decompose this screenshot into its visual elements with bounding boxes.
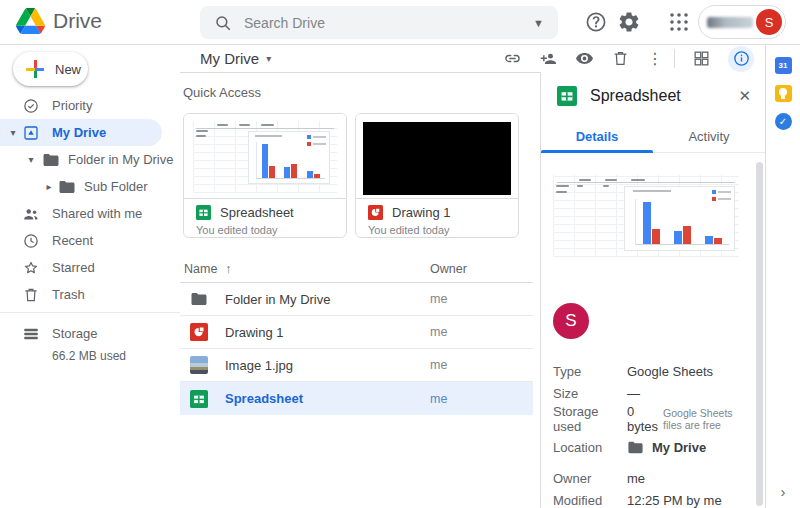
folder-icon	[42, 151, 60, 169]
collapsed-caret-icon[interactable]: ▸	[44, 181, 54, 192]
top-app-bar: Drive ▼ S	[0, 0, 800, 45]
star-icon	[22, 259, 40, 277]
owner-avatar: S	[553, 303, 589, 339]
calendar-icon[interactable]: 31	[775, 57, 792, 74]
clock-icon	[22, 232, 40, 250]
account-menu[interactable]: S	[698, 5, 786, 39]
sidebar-item-trash[interactable]: Trash	[0, 281, 180, 308]
field-size: Size —	[553, 382, 753, 404]
more-actions-icon[interactable]: ⋮	[647, 49, 657, 68]
sort-ascending-icon[interactable]: ↑	[225, 262, 231, 276]
owner-column-header: Owner	[430, 262, 467, 276]
my-drive-icon	[22, 124, 40, 142]
toolbar-separator	[674, 49, 675, 68]
search-input[interactable]	[244, 15, 521, 31]
keep-icon[interactable]	[775, 85, 792, 102]
storage-usage-text: 66.2 MB used	[0, 349, 180, 363]
drawing-thumbnail	[356, 114, 518, 199]
storage-icon	[22, 325, 40, 343]
panel-title: Spreadsheet	[590, 87, 725, 105]
priority-icon	[22, 97, 40, 115]
sidebar-divider	[0, 312, 180, 313]
chart-thumbnail	[248, 131, 330, 184]
left-sidebar: New Priority ▾ My Drive ▾ Folder in My D…	[0, 45, 180, 508]
sidebar-item-recent[interactable]: Recent	[0, 227, 180, 254]
field-location: Location My Drive	[553, 434, 753, 460]
sheets-icon	[196, 205, 211, 220]
panel-tabs: Details Activity	[541, 120, 765, 153]
rail-expand-chevron-icon[interactable]: ›	[766, 483, 800, 500]
drawing-icon	[190, 323, 208, 341]
expand-caret-icon[interactable]: ▾	[26, 154, 36, 165]
new-plus-icon	[26, 60, 44, 78]
spreadsheet-thumbnail	[184, 114, 346, 199]
sidebar-item-my-drive[interactable]: ▾ My Drive	[0, 119, 162, 146]
breadcrumb[interactable]: My Drive ▾	[200, 50, 271, 67]
account-avatar[interactable]: S	[756, 9, 782, 35]
grid-view-icon[interactable]	[692, 49, 711, 68]
get-link-icon[interactable]	[503, 49, 522, 68]
share-add-person-icon[interactable]	[539, 49, 558, 68]
shared-people-icon	[22, 205, 40, 223]
chart-thumbnail	[624, 186, 736, 252]
card-status: You edited today	[196, 224, 334, 236]
file-row-image[interactable]: Image 1.jpg me	[180, 349, 533, 382]
card-title: Spreadsheet	[220, 205, 294, 220]
tab-activity[interactable]: Activity	[653, 120, 765, 152]
image-thumbnail-icon	[190, 356, 208, 374]
app-title: Drive	[53, 9, 102, 33]
new-button[interactable]: New	[13, 52, 88, 86]
field-storage-used: Storage used 0 bytes Google Sheets files…	[553, 404, 753, 434]
search-bar[interactable]: ▼	[200, 6, 558, 39]
tab-details[interactable]: Details	[541, 120, 653, 152]
trash-icon	[22, 286, 40, 304]
drive-logo-icon	[16, 8, 45, 34]
quick-access-card-drawing[interactable]: Drawing 1 You edited today	[355, 113, 519, 238]
card-status: You edited today	[368, 224, 506, 236]
sidebar-item-folder-in-my-drive[interactable]: ▾ Folder in My Drive	[0, 146, 180, 173]
details-panel: Spreadsheet ✕ Details Activity	[540, 72, 765, 508]
search-options-caret[interactable]: ▼	[533, 17, 544, 29]
expand-caret-icon[interactable]: ▾	[8, 127, 18, 138]
folder-icon	[58, 178, 76, 196]
file-details-fields: Type Google Sheets Size — Storage used 0…	[553, 360, 753, 508]
drive-logo[interactable]: Drive	[16, 8, 102, 34]
file-preview-thumbnail	[553, 175, 739, 257]
help-icon[interactable]	[584, 10, 608, 34]
settings-gear-icon[interactable]	[617, 10, 641, 34]
sidebar-item-starred[interactable]: Starred	[0, 254, 180, 281]
preview-eye-icon[interactable]	[575, 49, 594, 68]
sidebar-item-sub-folder[interactable]: ▸ Sub Folder	[0, 173, 180, 200]
drawing-icon	[368, 205, 383, 220]
breadcrumb-caret-icon: ▾	[266, 53, 271, 64]
file-browser-area: Quick Access	[180, 72, 540, 508]
search-icon	[214, 14, 232, 32]
details-info-icon[interactable]	[728, 46, 754, 72]
field-type: Type Google Sheets	[553, 360, 753, 382]
google-apps-grid-icon[interactable]	[667, 10, 691, 34]
field-owner: Owner me	[553, 467, 753, 489]
file-row-drawing[interactable]: Drawing 1 me	[180, 316, 533, 349]
main-toolbar: My Drive ▾ ⋮	[180, 45, 765, 72]
sidebar-item-shared-with-me[interactable]: Shared with me	[0, 200, 180, 227]
field-modified: Modified 12:25 PM by me	[553, 489, 753, 508]
sidebar-item-storage[interactable]: Storage	[0, 320, 180, 347]
panel-scrollbar[interactable]	[756, 162, 763, 506]
quick-access-title: Quick Access	[183, 85, 261, 100]
name-column-header[interactable]: Name	[184, 262, 217, 276]
file-row-folder[interactable]: Folder in My Drive me	[180, 283, 533, 316]
file-row-spreadsheet[interactable]: Spreadsheet me	[180, 382, 533, 415]
location-chip[interactable]: My Drive	[627, 439, 706, 456]
close-icon[interactable]: ✕	[738, 87, 751, 105]
delete-trash-icon[interactable]	[611, 49, 630, 68]
card-title: Drawing 1	[392, 205, 451, 220]
tasks-icon[interactable]: ✓	[775, 113, 792, 130]
storage-note: Google Sheets files are free	[663, 407, 753, 431]
folder-icon	[627, 439, 644, 456]
folder-icon	[190, 290, 208, 308]
file-list: Name ↑ Owner Folder in My Drive me Drawi…	[180, 255, 533, 415]
sidebar-item-priority[interactable]: Priority	[0, 92, 180, 119]
quick-access-card-spreadsheet[interactable]: Spreadsheet You edited today	[183, 113, 347, 238]
list-header: Name ↑ Owner	[180, 255, 533, 283]
account-name-redacted	[707, 17, 753, 28]
